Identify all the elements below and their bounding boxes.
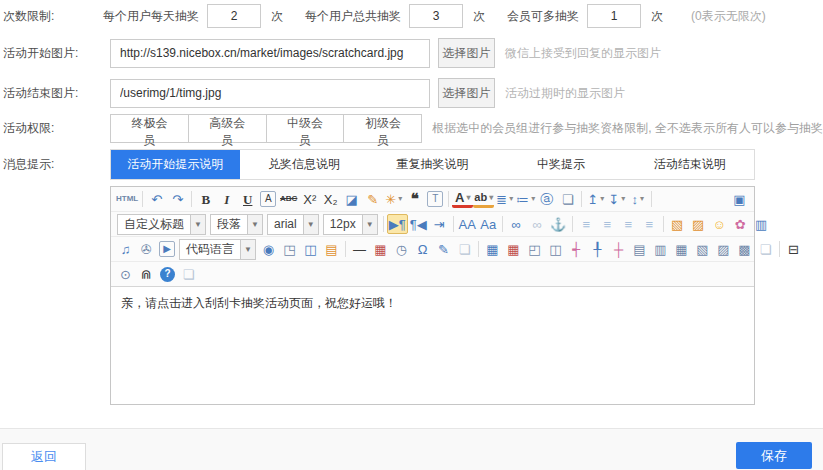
font-size-dropdown[interactable]: 12px ▼: [323, 214, 378, 235]
merge-cells-icon[interactable]: ◫: [545, 239, 566, 259]
indent-icon[interactable]: ⇥: [429, 214, 450, 234]
ordered-list-icon[interactable]: ≣: [494, 189, 515, 209]
member-group-button-junior[interactable]: 初级会员: [343, 114, 422, 143]
start-image-input[interactable]: [110, 39, 430, 68]
align-justify-icon[interactable]: ≡: [639, 214, 660, 234]
total-input[interactable]: [409, 4, 463, 28]
html-source-icon[interactable]: HTML: [115, 189, 139, 209]
per-day-input[interactable]: [207, 4, 261, 28]
font-family-dropdown[interactable]: arial ▼: [267, 214, 319, 235]
align-center-icon[interactable]: ≡: [597, 214, 618, 234]
tab-repeat-draw[interactable]: 重复抽奖说明: [368, 150, 497, 179]
highlight-color-icon[interactable]: ab: [473, 191, 494, 208]
doc-icon[interactable]: ❏: [755, 239, 776, 259]
table-header-icon[interactable]: ◰: [524, 239, 545, 259]
find-replace-icon[interactable]: ⋒: [136, 264, 157, 284]
to-uppercase-icon[interactable]: AA: [457, 214, 478, 234]
rtl-paragraph-icon[interactable]: ¶◀: [408, 214, 429, 234]
tab-win-tip[interactable]: 中奖提示: [497, 150, 626, 179]
clipboard-icon[interactable]: ❏: [178, 264, 199, 284]
edit-doc-icon[interactable]: ✎: [433, 239, 454, 259]
member-group-button-ultimate[interactable]: 终极会员: [110, 114, 189, 143]
back-button[interactable]: 返回: [2, 443, 86, 470]
end-image-pick-button[interactable]: 选择图片: [438, 78, 495, 108]
editor-content[interactable]: 亲，请点击进入刮刮卡抽奖活动页面，祝您好运哦！: [111, 287, 754, 404]
paste-text-icon[interactable]: T: [427, 191, 443, 207]
insert-table-icon[interactable]: ▦: [482, 239, 503, 259]
special-chars-icon[interactable]: Ω: [412, 239, 433, 259]
table-layout-5-icon[interactable]: ▨: [713, 239, 734, 259]
unlink-icon[interactable]: ∞: [527, 214, 548, 234]
unordered-list-icon[interactable]: ≔: [515, 189, 536, 209]
fullscreen-icon[interactable]: ▣: [729, 189, 750, 209]
font-color-icon[interactable]: A: [452, 191, 473, 208]
attachment-icon[interactable]: ✇: [136, 239, 157, 259]
table-layout-2-icon[interactable]: ▥: [650, 239, 671, 259]
tab-activity-end[interactable]: 活动结束说明: [625, 150, 754, 179]
scene-image-icon[interactable]: ▨: [688, 214, 709, 234]
movie-icon[interactable]: ▥: [751, 214, 772, 234]
search-icon[interactable]: ⊙: [115, 264, 136, 284]
insert-image-icon[interactable]: ▧: [667, 214, 688, 234]
table-layout-3-icon[interactable]: ▦: [671, 239, 692, 259]
code-language-dropdown[interactable]: 代码语言 ▼: [179, 239, 256, 260]
snapshot-icon[interactable]: ◳: [279, 239, 300, 259]
blank-doc-icon[interactable]: ❏: [557, 189, 578, 209]
insert-column-icon[interactable]: ╀: [587, 239, 608, 259]
delete-row-icon[interactable]: ┽: [566, 239, 587, 259]
template-icon[interactable]: ❏: [454, 239, 475, 259]
table-layout-4-icon[interactable]: ▧: [692, 239, 713, 259]
table-layout-1-icon[interactable]: ▤: [629, 239, 650, 259]
time-icon[interactable]: ◷: [391, 239, 412, 259]
start-image-pick-button[interactable]: 选择图片: [438, 38, 495, 68]
web-app-icon[interactable]: ◉: [258, 239, 279, 259]
limits-hint: (0表示无限次): [691, 8, 766, 25]
to-lowercase-icon[interactable]: Aa: [478, 214, 499, 234]
border-text-icon[interactable]: A: [260, 191, 276, 207]
undo-icon[interactable]: ↶: [146, 189, 167, 209]
insert-frame-icon[interactable]: ◫: [300, 239, 321, 259]
save-button[interactable]: 保存: [736, 442, 812, 469]
align-left-icon[interactable]: ≡: [576, 214, 597, 234]
format-painter-icon[interactable]: ✎: [362, 189, 383, 209]
anchor-icon[interactable]: ⚓: [548, 214, 569, 234]
insert-video-icon[interactable]: ▶: [159, 241, 175, 257]
custom-title-dropdown[interactable]: 自定义标题 ▼: [117, 214, 206, 235]
end-image-input[interactable]: [110, 79, 430, 108]
background-icon[interactable]: ▤: [321, 239, 342, 259]
tab-activity-start-tip[interactable]: 活动开始提示说明: [111, 150, 240, 179]
graffiti-icon[interactable]: ✿: [730, 214, 751, 234]
strikethrough-icon[interactable]: ABC: [278, 189, 299, 209]
redo-icon[interactable]: ↷: [167, 189, 188, 209]
start-image-row: 活动开始图片: 选择图片 微信上接受到回复的显示图片: [0, 36, 823, 70]
align-top-icon[interactable]: ↥: [585, 189, 606, 209]
bold-icon[interactable]: B: [195, 189, 216, 209]
emotion-icon[interactable]: ☺: [709, 214, 730, 234]
align-bottom-icon[interactable]: ↧: [606, 189, 627, 209]
delete-table-icon[interactable]: ▦: [503, 239, 524, 259]
blockquote-icon[interactable]: ❝: [404, 189, 425, 209]
horizontal-rule-icon[interactable]: —: [349, 239, 370, 259]
link-icon[interactable]: ∞: [506, 214, 527, 234]
text-effect-icon[interactable]: ✳: [383, 189, 404, 209]
superscript-icon[interactable]: X²: [299, 189, 320, 209]
ltr-paragraph-icon[interactable]: ▶¶: [387, 214, 408, 234]
table-layout-6-icon[interactable]: ▩: [734, 239, 755, 259]
subscript-icon[interactable]: X₂: [320, 189, 341, 209]
help-icon[interactable]: ?: [160, 267, 175, 282]
print-icon[interactable]: ⊟: [783, 239, 804, 259]
member-group-button-middle[interactable]: 中级会员: [266, 114, 345, 143]
music-icon[interactable]: ♫: [115, 239, 136, 259]
member-group-button-senior[interactable]: 高级会员: [188, 114, 267, 143]
eraser-icon[interactable]: ◪: [341, 189, 362, 209]
underline-icon[interactable]: U: [237, 189, 258, 209]
anchor-text-icon[interactable]: ⓐ: [536, 189, 557, 209]
tab-redeem-info[interactable]: 兑奖信息说明: [240, 150, 369, 179]
align-right-icon[interactable]: ≡: [618, 214, 639, 234]
italic-icon[interactable]: I: [216, 189, 237, 209]
split-cell-icon[interactable]: ┼: [608, 239, 629, 259]
calendar-icon[interactable]: ▦: [370, 239, 391, 259]
member-extra-input[interactable]: [587, 4, 641, 28]
paragraph-dropdown[interactable]: 段落 ▼: [210, 214, 263, 235]
line-height-icon[interactable]: ↕: [627, 189, 648, 209]
